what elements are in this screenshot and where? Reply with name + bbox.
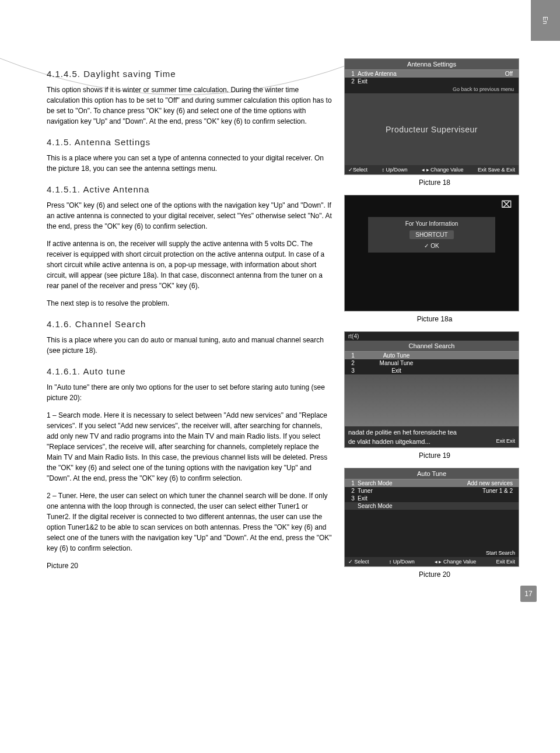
footer-exit: Exit Exit	[496, 438, 515, 445]
menu-row: 3Exit	[345, 367, 519, 374]
paragraph: This is a place where you can do auto or…	[47, 335, 332, 356]
screenshot-title: Antenna Settings	[345, 59, 519, 70]
figure-caption: Picture 18a	[344, 315, 525, 323]
paragraph: This is a place where you can set a type…	[47, 153, 332, 174]
overlay-label: rt(4)	[345, 332, 519, 341]
paragraph: The next step is to resolve the problem.	[47, 298, 332, 309]
back-hint: Go back to previous menu	[345, 85, 519, 93]
paragraph: If active antenna is on, the receiver wi…	[47, 239, 332, 291]
paragraph: Picture 20	[47, 561, 332, 571]
menu-row: 1 Active Antenna Off	[345, 70, 519, 78]
figure-18a: ⌧ For Your Information SHORTCUT ✓ OK Pic…	[344, 195, 525, 323]
screenshot-title: Channel Search	[345, 341, 519, 352]
page-number: 17	[520, 586, 537, 602]
figure-caption: Picture 20	[344, 570, 525, 579]
menu-row: 2Manual Tune	[345, 359, 519, 367]
text-column: 4.1.4.5. Daylight saving Time This optio…	[47, 58, 332, 587]
paragraph: 1 – Search mode. Here it is necessary to…	[47, 410, 332, 484]
screenshot-footer: ✓Select ↕ Up/Down ◂ ▸ Change Value Exit …	[345, 165, 519, 174]
screenshot-body: Producteur Superviseur	[345, 93, 519, 165]
menu-row: 1Search ModeAdd new services	[345, 479, 519, 487]
screenshot-footer: ✓ Select ↕ Up/Down ◂ ▸ Change Value Exit…	[345, 557, 519, 566]
start-search-label: Start Search	[345, 549, 519, 557]
menu-row: 3Exit	[345, 495, 519, 502]
heading-antenna-settings: 4.1.5. Antenna Settings	[47, 137, 332, 147]
paragraph: 2 – Tuner. Here, the user can select on …	[47, 491, 332, 554]
menu-row: 2 Exit	[345, 78, 519, 85]
heading-auto-tune: 4.1.6.1. Auto tune	[47, 366, 332, 376]
paragraph: Press "OK" key (6) and select one of the…	[47, 200, 332, 232]
heading-channel-search: 4.1.6. Channel Search	[47, 319, 332, 329]
figure-18: Antenna Settings 1 Active Antenna Off 2 …	[344, 58, 525, 187]
subtitle-line: nadat de politie en het forensische tea	[345, 426, 519, 438]
paragraph: In "Auto tune" there are only two option…	[47, 382, 332, 403]
heading-active-antenna: 4.1.5.1. Active Antenna	[47, 184, 332, 194]
heading-daylight: 4.1.4.5. Daylight saving Time	[47, 69, 332, 79]
figure-20: Auto Tune 1Search ModeAdd new services 2…	[344, 468, 525, 579]
paragraph: This option shows if it is winter or sum…	[47, 85, 332, 127]
figure-caption: Picture 18	[344, 178, 525, 187]
figure-19: rt(4) Channel Search 1Auto Tune 2Manual …	[344, 331, 525, 460]
figure-caption: Picture 19	[344, 451, 525, 460]
info-box: For Your Information SHORTCUT ✓ OK	[368, 217, 495, 253]
screenshot-title: Auto Tune	[345, 468, 519, 479]
subtitle-line: de vlakt hadden uitgekamd...	[348, 438, 430, 445]
figure-column: Antenna Settings 1 Active Antenna Off 2 …	[344, 58, 525, 587]
menu-row: 1Auto Tune	[345, 352, 519, 359]
menu-row: 2TunerTuner 1 & 2	[345, 487, 519, 495]
menu-row: Search Mode	[345, 502, 519, 510]
